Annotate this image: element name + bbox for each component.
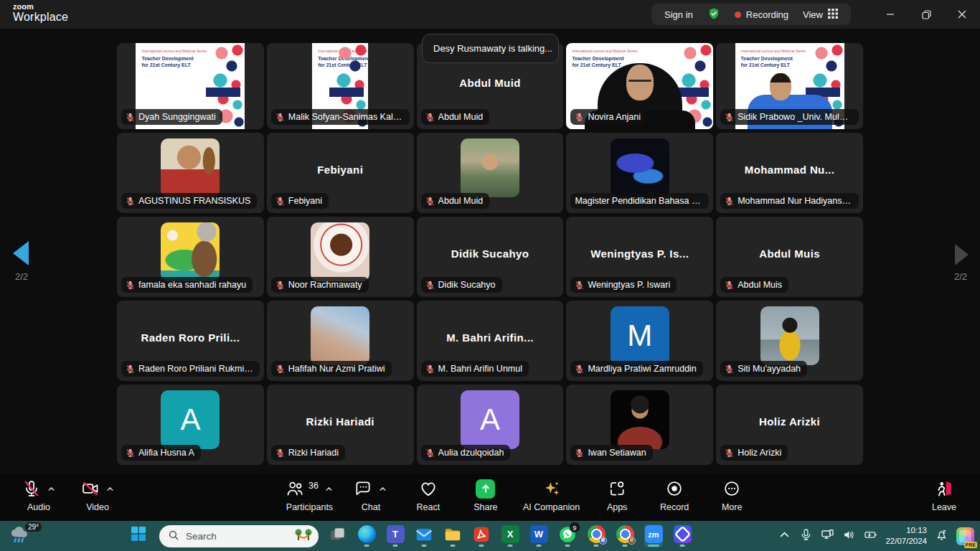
taskbar-app-chrome-2-icon[interactable] bbox=[616, 524, 634, 547]
toolbar-button-label: Video bbox=[86, 502, 109, 512]
participant-tile[interactable]: Magister Pendidikan Bahasa Ing... bbox=[566, 133, 713, 213]
system-tray: 10:13 22/07/2024 PRE bbox=[778, 521, 974, 551]
participant-tile[interactable]: International Lecture and Webinar Series… bbox=[267, 43, 414, 129]
participant-tile[interactable]: M. Bahri Arifin...M. Bahri Arifin Unmul bbox=[417, 301, 564, 381]
participant-tile[interactable]: International Lecture and Webinar Series… bbox=[117, 43, 264, 129]
muted-mic-icon bbox=[126, 364, 135, 374]
participant-tile[interactable]: AGUSTINUS FRANSISKUS bbox=[117, 133, 264, 213]
tray-microphone-icon[interactable] bbox=[799, 528, 813, 545]
participant-name-label: Alifia Husna A bbox=[121, 445, 201, 461]
toolbar-video-button[interactable]: Video bbox=[77, 478, 118, 512]
participant-tile[interactable]: Didik SucahyoDidik Sucahyo bbox=[417, 217, 564, 297]
participant-name-label: Mardliya Pratiwi Zamruddin bbox=[570, 361, 702, 377]
taskbar-app-task-view-icon[interactable] bbox=[329, 524, 347, 547]
participant-tile[interactable]: Abdul Muid bbox=[417, 133, 564, 213]
toolbar-ai-button[interactable]: AI Companion bbox=[523, 478, 580, 512]
taskbar-app-explorer-icon[interactable] bbox=[443, 524, 462, 547]
tray-volume-icon[interactable] bbox=[842, 528, 856, 545]
weather-widget[interactable]: 29° bbox=[9, 524, 40, 547]
taskbar-app-photos-icon[interactable] bbox=[673, 524, 692, 547]
participant-tile[interactable]: Mohammad Nu...Mohammad Nur Hadiyansyah bbox=[716, 133, 863, 213]
taskbar-app-word-icon[interactable]: W bbox=[529, 524, 548, 547]
toolbar-apps-button[interactable]: Apps bbox=[597, 478, 637, 512]
logo-line1: zoom bbox=[13, 3, 68, 11]
participant-name-text: Dyah Sunggingwati bbox=[138, 112, 216, 122]
zoom-meeting-window: zoom Workplace Sign in Recording View bbox=[0, 0, 980, 551]
security-shield-icon[interactable] bbox=[707, 7, 720, 22]
participant-tile[interactable]: Holiz ArizkiHoliz Arizki bbox=[716, 385, 863, 465]
taskbar-app-zoom-icon[interactable]: zm bbox=[644, 524, 663, 547]
tray-battery-icon[interactable] bbox=[864, 528, 877, 545]
participant-video-glasses bbox=[628, 80, 651, 82]
taskbar-app-excel-icon[interactable]: X bbox=[501, 524, 519, 547]
toolbar-participants-button[interactable]: 36Participants bbox=[286, 478, 334, 512]
taskbar-search-input[interactable]: Search bbox=[159, 525, 319, 547]
participant-tile[interactable]: AAulia dzulqoidah bbox=[417, 385, 564, 465]
toolbar-audio-button[interactable]: Audio bbox=[19, 478, 59, 512]
recording-indicator[interactable]: Recording bbox=[735, 9, 788, 20]
taskbar-app-chrome-1-icon[interactable] bbox=[587, 524, 606, 547]
toolbar-button-label: AI Companion bbox=[523, 502, 580, 512]
participant-tile[interactable]: Hafifah Nur Azmi Pratiwi bbox=[267, 301, 414, 381]
react-icon bbox=[419, 479, 438, 498]
participant-tile[interactable]: FebiyaniFebiyani bbox=[267, 133, 414, 213]
toolbar-chat-button[interactable]: Chat bbox=[351, 478, 391, 512]
toolbar-react-button[interactable]: React bbox=[408, 478, 448, 512]
taskbar-app-mail-icon[interactable] bbox=[415, 524, 433, 547]
participant-tile[interactable]: Abdul MuisAbdul Muis bbox=[716, 217, 863, 297]
taskbar-app-edge-icon[interactable] bbox=[357, 524, 376, 547]
hidden-icons-chevron[interactable] bbox=[778, 528, 791, 545]
taskbar-app-acrobat-icon[interactable] bbox=[472, 524, 491, 547]
restore-button[interactable] bbox=[908, 0, 944, 29]
participant-video-face bbox=[770, 73, 791, 100]
taskbar-clock[interactable]: 10:13 22/07/2024 bbox=[885, 525, 927, 547]
start-button[interactable] bbox=[128, 524, 149, 547]
participant-name-label: AGUSTINUS FRANSISKUS bbox=[121, 193, 257, 209]
participant-name-label: Weningtyas P. Iswari bbox=[570, 277, 677, 293]
copilot-icon[interactable]: PRE bbox=[956, 527, 974, 545]
muted-mic-icon bbox=[725, 281, 734, 290]
toolbar-button-label: Share bbox=[473, 502, 497, 512]
previous-page-arrow[interactable] bbox=[13, 241, 29, 265]
view-button[interactable]: View bbox=[803, 9, 838, 21]
participant-tile[interactable]: MMardliya Pratiwi Zamruddin bbox=[566, 301, 713, 381]
participant-tile[interactable]: AAlifia Husna A bbox=[117, 385, 264, 465]
search-highlight-scene-icon[interactable] bbox=[294, 527, 313, 545]
participant-tile[interactable]: Iwan Setiawan bbox=[566, 385, 713, 465]
close-button[interactable] bbox=[944, 0, 980, 29]
muted-mic-icon bbox=[275, 364, 285, 374]
participant-name-label: Rizki Hariadi bbox=[271, 445, 345, 461]
participant-name-text: famala eka sanhadi rahayu bbox=[138, 280, 246, 290]
sign-in-button[interactable]: Sign in bbox=[664, 9, 693, 20]
chevron-up-icon[interactable] bbox=[47, 484, 56, 494]
toolbar-leave-button[interactable]: Leave bbox=[924, 478, 964, 512]
toolbar-share-button[interactable]: Share bbox=[466, 478, 506, 512]
participant-tile[interactable]: Siti Mu'ayyadah bbox=[716, 301, 863, 381]
running-indicator bbox=[451, 545, 456, 547]
minimize-button[interactable] bbox=[872, 0, 908, 29]
zoom-workplace-logo: zoom Workplace bbox=[13, 3, 68, 23]
toolbar-record-button[interactable]: Record bbox=[654, 478, 694, 512]
temperature-badge: 29° bbox=[25, 522, 42, 532]
participant-tile[interactable]: Raden Roro Prili...Raden Roro Priliani R… bbox=[117, 301, 264, 381]
taskbar-app-teams-icon[interactable]: T bbox=[386, 524, 405, 547]
taskbar-app-whatsapp-icon[interactable]: 9 bbox=[558, 524, 577, 547]
participant-name-text: Malik Sofyan-Sanimas Kaltim bbox=[288, 112, 403, 122]
chevron-up-icon[interactable] bbox=[378, 484, 387, 494]
participant-tile[interactable]: International Lecture and Webinar Series… bbox=[716, 43, 863, 129]
next-page-arrow[interactable] bbox=[955, 244, 969, 265]
participant-name-text: Abdul Muid bbox=[438, 112, 484, 122]
toolbar-button-label: Leave bbox=[932, 502, 956, 512]
participant-video-face bbox=[626, 65, 654, 100]
participant-tile[interactable]: International Lecture and Webinar Series… bbox=[566, 43, 713, 129]
tray-display-icon[interactable] bbox=[821, 528, 834, 545]
participant-name-label: Abdul Muid bbox=[421, 193, 490, 209]
participant-tile[interactable]: Weningtyas P. Is...Weningtyas P. Iswari bbox=[566, 217, 713, 297]
chevron-up-icon[interactable] bbox=[105, 484, 115, 494]
participant-tile[interactable]: famala eka sanhadi rahayu bbox=[117, 217, 264, 297]
participant-tile[interactable]: Rizki HariadiRizki Hariadi bbox=[267, 385, 414, 465]
toolbar-more-button[interactable]: More bbox=[712, 478, 752, 512]
notification-bell-icon[interactable] bbox=[935, 528, 948, 545]
participant-tile[interactable]: Noor Rachmawaty bbox=[267, 217, 414, 297]
chevron-up-icon[interactable] bbox=[324, 484, 334, 494]
